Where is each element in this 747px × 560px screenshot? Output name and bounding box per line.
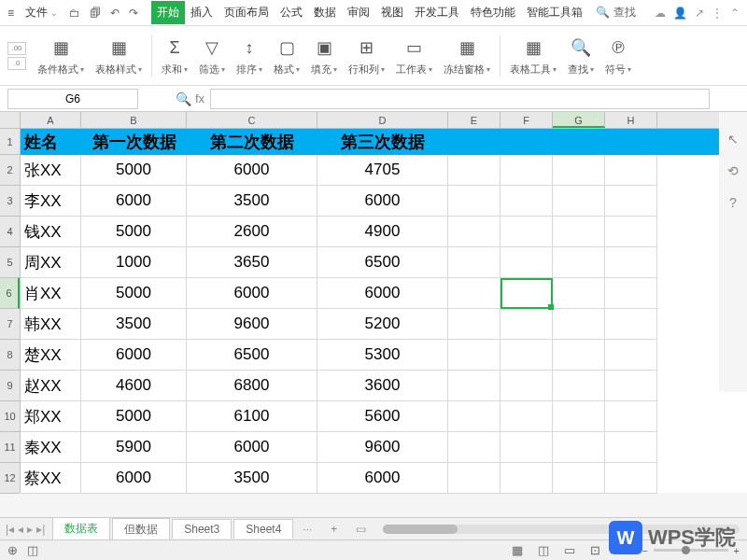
col-header-E[interactable]: E <box>448 112 500 128</box>
cell-d1[interactable]: 1000 <box>81 247 187 278</box>
cell-name[interactable]: 李XX <box>21 186 81 217</box>
cell-d1[interactable]: 5900 <box>81 432 187 463</box>
view-page-icon[interactable]: ◫ <box>538 543 549 557</box>
cell-d2[interactable]: 6000 <box>187 432 317 463</box>
cell-name[interactable]: 楚XX <box>21 340 81 371</box>
cell-name[interactable]: 秦XX <box>21 432 81 463</box>
find-button[interactable]: 🔍查找▾ <box>562 35 599 77</box>
symbol-button[interactable]: ℗符号▾ <box>599 35 637 77</box>
cell-d2[interactable]: 6800 <box>187 371 317 401</box>
cell-d2[interactable]: 3500 <box>187 463 317 494</box>
row-header-1[interactable]: 1 <box>0 129 20 155</box>
row-header-4[interactable]: 4 <box>0 217 20 247</box>
col-header-F[interactable]: F <box>500 112 553 128</box>
row-header-7[interactable]: 7 <box>0 309 20 340</box>
col-header-A[interactable]: A <box>21 112 81 128</box>
file-menu[interactable]: 文件 ⌄ <box>20 3 63 22</box>
col-header-H[interactable]: H <box>605 112 657 128</box>
tab-review[interactable]: 审阅 <box>342 1 375 24</box>
search-button[interactable]: 🔍 查找 <box>596 5 635 21</box>
cell-d1[interactable]: 4600 <box>81 371 187 401</box>
sort-button[interactable]: ↕排序▾ <box>231 35 268 77</box>
sheet-tab-2[interactable]: Sheet3 <box>172 519 232 539</box>
share-icon[interactable]: ↗ <box>695 7 704 20</box>
hdr-d1[interactable]: 第一次数据 <box>81 129 187 155</box>
formula-input[interactable] <box>210 89 710 109</box>
view-break-icon[interactable]: ▭ <box>564 543 575 557</box>
rowcol-button[interactable]: ⊞行和列▾ <box>343 35 390 77</box>
view-normal-icon[interactable]: ▦ <box>512 543 523 557</box>
sheet-tab-1[interactable]: 但数据 <box>112 518 170 540</box>
fx-label[interactable]: 🔍fx <box>176 91 204 106</box>
sum-button[interactable]: Σ求和▾ <box>156 35 193 77</box>
cell-d1[interactable]: 6000 <box>81 463 187 494</box>
cell-d3[interactable]: 5600 <box>317 401 448 432</box>
print-icon[interactable]: 🗐 <box>86 5 105 21</box>
hdr-d2[interactable]: 第二次数据 <box>187 129 317 155</box>
tab-view[interactable]: 视图 <box>375 1 409 24</box>
cell-d3[interactable]: 6000 <box>317 278 448 309</box>
col-header-C[interactable]: C <box>187 112 317 128</box>
cell-name[interactable]: 肖XX <box>21 278 81 309</box>
cell-d1[interactable]: 5000 <box>81 155 187 186</box>
redo-icon[interactable]: ↷ <box>125 5 142 21</box>
sheet-add[interactable]: + <box>321 523 346 536</box>
cell-d3[interactable]: 5200 <box>317 309 448 340</box>
tab-smart[interactable]: 智能工具箱 <box>521 1 588 24</box>
cell-d3[interactable]: 4705 <box>317 155 448 186</box>
row-header-9[interactable]: 9 <box>0 371 20 401</box>
cell-name[interactable]: 周XX <box>21 247 81 278</box>
cell-d3[interactable]: 9600 <box>317 432 448 463</box>
col-header-D[interactable]: D <box>317 112 448 128</box>
cell-d2[interactable]: 6000 <box>187 278 317 309</box>
cell-d3[interactable]: 4900 <box>317 217 448 247</box>
user-icon[interactable]: 👤 <box>673 7 687 20</box>
fill-button[interactable]: ▣填充▾ <box>305 35 343 77</box>
more-icon[interactable]: ⋮ <box>712 7 723 20</box>
cell-d3[interactable]: 6500 <box>317 247 448 278</box>
hdr-name[interactable]: 姓名 <box>21 129 81 155</box>
cursor-icon[interactable]: ↖ <box>725 131 741 147</box>
cell-d1[interactable]: 5000 <box>81 401 187 432</box>
cell-d1[interactable]: 5000 <box>81 278 187 309</box>
row-header-8[interactable]: 8 <box>0 340 20 371</box>
status-icon-1[interactable]: ⊕ <box>7 543 18 557</box>
cell-d3[interactable]: 3600 <box>317 371 448 401</box>
row-header-3[interactable]: 3 <box>0 186 20 217</box>
cell-name[interactable]: 郑XX <box>21 401 81 432</box>
tab-insert[interactable]: 插入 <box>185 1 218 24</box>
decimal-controls[interactable]: .00 .0 <box>7 42 32 70</box>
hdr-d3[interactable]: 第三次数据 <box>317 129 448 155</box>
format-button[interactable]: ▢格式▾ <box>268 35 305 77</box>
tab-layout[interactable]: 页面布局 <box>218 1 275 24</box>
sheet-nav[interactable]: |◂◂▸▸| <box>0 523 50 536</box>
collapse-icon[interactable]: ⌃ <box>730 7 740 20</box>
select-all-corner[interactable] <box>0 112 21 129</box>
row-header-10[interactable]: 10 <box>0 401 20 432</box>
filter-button[interactable]: ▽筛选▾ <box>193 35 231 77</box>
sheet-tab-3[interactable]: Sheet4 <box>233 519 293 539</box>
freeze-button[interactable]: ▦冻结窗格▾ <box>438 35 496 77</box>
cell-d2[interactable]: 6000 <box>187 155 317 186</box>
cell-d3[interactable]: 5300 <box>317 340 448 371</box>
save-icon[interactable]: 🗀 <box>65 5 84 21</box>
cell-name[interactable]: 韩XX <box>21 309 81 340</box>
table-tools-button[interactable]: ▦表格工具▾ <box>504 35 562 77</box>
cell-d3[interactable]: 6000 <box>317 463 448 494</box>
row-header-2[interactable]: 2 <box>0 155 20 186</box>
cell-d3[interactable]: 6000 <box>317 186 448 217</box>
col-header-G[interactable]: G <box>553 112 605 128</box>
cell-d2[interactable]: 6100 <box>187 401 317 432</box>
tab-data[interactable]: 数据 <box>308 1 342 24</box>
menu-icon[interactable]: ≡ <box>7 7 14 20</box>
cell-d2[interactable]: 2600 <box>187 217 317 247</box>
tab-start[interactable]: 开始 <box>151 1 185 24</box>
row-header-11[interactable]: 11 <box>0 432 20 463</box>
cond-format-button[interactable]: ▦条件格式▾ <box>32 35 90 77</box>
row-header-6[interactable]: 6 <box>0 278 20 309</box>
cell-d1[interactable]: 3500 <box>81 309 187 340</box>
worksheet-button[interactable]: ▭工作表▾ <box>390 35 438 77</box>
sheet-list[interactable]: ▭ <box>346 523 375 536</box>
cell-d1[interactable]: 6000 <box>81 186 187 217</box>
cloud-icon[interactable]: ☁ <box>655 7 666 20</box>
